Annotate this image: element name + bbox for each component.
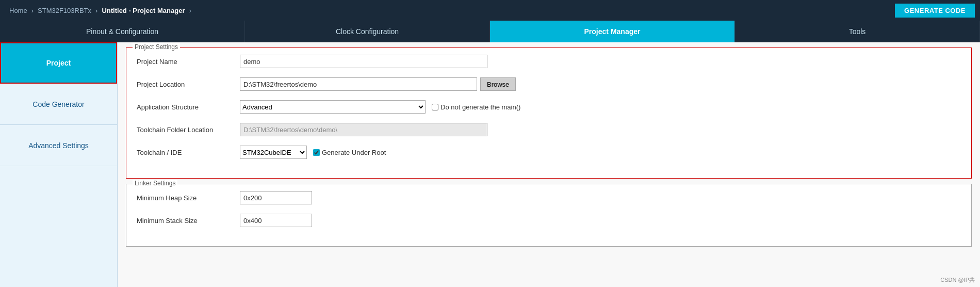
breadcrumb-project[interactable]: Untitled - Project Manager — [97, 7, 189, 14]
toolchain-folder-input — [240, 123, 487, 136]
tab-tools[interactable]: Tools — [735, 21, 980, 42]
breadcrumb-chip[interactable]: STM32F103RBTx — [34, 7, 95, 14]
content-area: Project Settings Project Name Project Lo… — [118, 42, 980, 287]
toolchain-folder-row: Toolchain Folder Location — [137, 122, 961, 137]
project-name-input[interactable] — [240, 55, 487, 68]
linker-settings-section: Linker Settings Minimum Heap Size Minimu… — [126, 184, 972, 247]
min-heap-label: Minimum Heap Size — [137, 194, 240, 202]
project-settings-legend: Project Settings — [133, 43, 180, 51]
min-heap-input[interactable] — [240, 191, 312, 204]
generate-under-root-label: Generate Under Root — [313, 149, 386, 156]
sidebar-item-project[interactable]: Project — [0, 42, 117, 84]
toolchain-ide-row: Toolchain / IDE STM32CubeIDE Makefile EW… — [137, 145, 961, 160]
min-stack-label: Minimum Stack Size — [137, 217, 240, 225]
main-layout: Project Code Generator Advanced Settings… — [0, 42, 980, 287]
tab-pinout[interactable]: Pinout & Configuration — [0, 21, 245, 42]
sidebar-item-advanced-settings[interactable]: Advanced Settings — [0, 125, 117, 166]
sidebar: Project Code Generator Advanced Settings — [0, 42, 118, 287]
application-structure-select[interactable]: Basic Advanced — [240, 100, 426, 114]
project-location-label: Project Location — [137, 81, 240, 88]
generate-under-root-checkbox[interactable] — [313, 149, 320, 156]
application-structure-row: Application Structure Basic Advanced Do … — [137, 100, 961, 114]
min-stack-input[interactable] — [240, 214, 312, 227]
linker-settings-legend: Linker Settings — [133, 180, 177, 187]
browse-button[interactable]: Browse — [480, 77, 516, 91]
toolchain-folder-label: Toolchain Folder Location — [137, 126, 240, 134]
application-structure-label: Application Structure — [137, 103, 240, 111]
project-name-row: Project Name — [137, 54, 961, 69]
breadcrumb-sep-3: › — [189, 7, 191, 14]
project-name-label: Project Name — [137, 58, 240, 66]
generate-code-button[interactable]: GENERATE CODE — [895, 4, 975, 18]
do-not-generate-label: Do not generate the main() — [440, 103, 520, 111]
do-not-generate-checkbox-label: Do not generate the main() — [432, 103, 520, 111]
min-heap-row: Minimum Heap Size — [137, 190, 961, 205]
tab-clock[interactable]: Clock Configuration — [245, 21, 490, 42]
top-bar: Home › STM32F103RBTx › Untitled - Projec… — [0, 0, 980, 21]
tab-bar: Pinout & Configuration Clock Configurati… — [0, 21, 980, 42]
toolchain-ide-label: Toolchain / IDE — [137, 149, 240, 156]
min-stack-row: Minimum Stack Size — [137, 213, 961, 228]
breadcrumb-home[interactable]: Home — [5, 7, 31, 14]
project-settings-section: Project Settings Project Name Project Lo… — [126, 47, 972, 179]
toolchain-ide-select[interactable]: STM32CubeIDE Makefile EWARM MDK-ARM — [240, 146, 307, 159]
do-not-generate-checkbox[interactable] — [432, 104, 438, 110]
project-location-row: Project Location Browse — [137, 77, 961, 91]
watermark: CSDN @IP共 — [940, 276, 975, 284]
project-location-input[interactable] — [240, 77, 477, 91]
sidebar-item-code-generator[interactable]: Code Generator — [0, 84, 117, 125]
tab-project-manager[interactable]: Project Manager — [490, 21, 735, 42]
generate-under-root-text: Generate Under Root — [322, 149, 386, 156]
